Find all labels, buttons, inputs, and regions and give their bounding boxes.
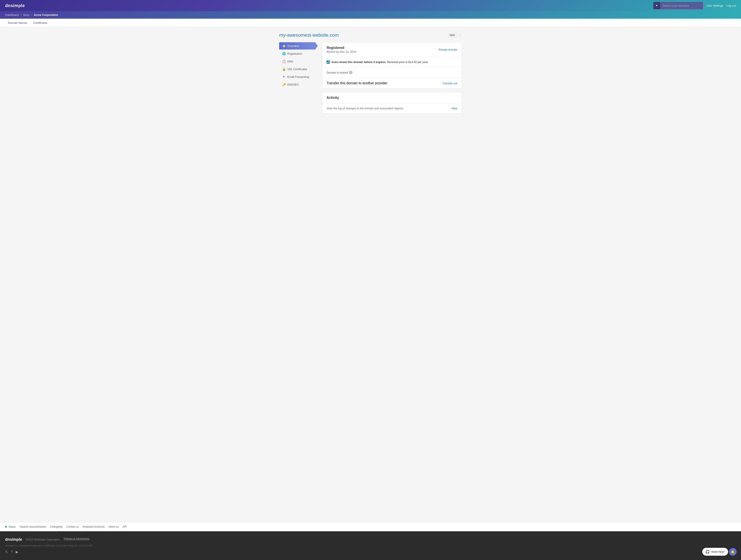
star-icon[interactable]: ☆ <box>458 33 462 38</box>
need-help-button[interactable]: 🎧 Need Help? <box>702 548 728 556</box>
footer-brand: dnsimple <box>5 537 22 542</box>
need-help-label: Need Help? <box>712 550 725 553</box>
main-content: my-awesomest-website.com DNS ☆ 🏠 Overvie… <box>274 27 467 522</box>
footer-links: Status Support documentation Changelog C… <box>0 522 741 531</box>
footer-social: 𝕏 f ▶ <box>5 550 736 554</box>
sidebar-item-dns[interactable]: 📋 DNS <box>279 58 318 65</box>
facebook-icon[interactable]: f <box>11 550 12 554</box>
sidebar-label-dns: DNS <box>287 60 293 63</box>
footer-dark: dnsimple ©2023 DNSimple Corporation. Pol… <box>0 531 741 560</box>
domain-title[interactable]: my-awesomest-website.com <box>279 32 339 38</box>
breadcrumb-dashboard[interactable]: Dashboard <box>5 13 19 16</box>
user-settings-link[interactable]: User Settings <box>706 4 723 7</box>
home-icon: 🏠 <box>282 44 286 48</box>
domain-layout: 🏠 Overview 🌐 Registration 📋 DNS 🔒 SSL Ce… <box>279 42 462 114</box>
changelog-link[interactable]: Changelog <box>50 525 62 528</box>
sidebar-item-overview[interactable]: 🏠 Overview <box>279 42 318 50</box>
help-icon[interactable]: ? <box>349 71 352 74</box>
dns-badge[interactable]: DNS <box>448 33 457 37</box>
api-link[interactable]: API <box>123 525 127 528</box>
headset-icon: 🎧 <box>705 550 710 554</box>
brand-logo: dnsimple <box>5 3 25 8</box>
breadcrumb-account: Acme Corporation <box>33 13 58 16</box>
footer-policies-link[interactable]: Policies & Agreements <box>64 537 89 540</box>
sidebar-item-email-forwarding[interactable]: ✈ Email Forwarding <box>279 73 318 80</box>
autorenew-checkbox[interactable] <box>327 61 330 64</box>
search-dropdown-button[interactable]: ▼ <box>653 2 660 9</box>
sidebar-item-registration[interactable]: 🌐 Registration <box>279 50 318 57</box>
autorenew-row: Auto-renew this domain before it expires… <box>322 57 462 67</box>
lock-icon: 🔒 <box>282 67 286 71</box>
sidebar-item-dnssec[interactable]: 🔑 DNSSEC <box>279 81 318 88</box>
status-indicator: Status <box>5 525 16 528</box>
sidebar-label-registration: Registration <box>287 52 302 55</box>
activity-description: View the log of changes to the domain an… <box>327 107 404 110</box>
autorenew-label: Auto-renew this domain before it expires… <box>332 61 428 64</box>
key-icon: 🔑 <box>282 83 286 86</box>
activity-view-link[interactable]: View <box>451 107 457 110</box>
activity-panel: Activity View the log of changes to the … <box>322 92 462 114</box>
footer-dark-top: dnsimple ©2023 DNSimple Corporation. Pol… <box>5 537 736 542</box>
transfer-row: Transfer this domain to another provider… <box>322 78 462 88</box>
youtube-icon[interactable]: ▶ <box>16 550 18 554</box>
domain-header: my-awesomest-website.com DNS ☆ <box>279 32 462 38</box>
about-link[interactable]: About us <box>109 525 119 528</box>
domain-locked-label: Domain is locked <box>327 71 348 74</box>
activity-title: Activity <box>327 96 457 100</box>
dns-icon: 📋 <box>282 60 286 63</box>
transfer-out-link[interactable]: Transfer out <box>442 82 457 85</box>
sidebar-label-overview: Overview <box>287 45 299 48</box>
status-dot <box>5 526 7 528</box>
twitter-icon[interactable]: 𝕏 <box>5 550 8 554</box>
domain-header-actions: DNS ☆ <box>448 33 462 38</box>
sidebar-label-email: Email Forwarding <box>287 75 309 78</box>
sidebar-label-ssl: SSL Certificates <box>287 68 307 71</box>
notification-button[interactable]: 🔔 <box>729 548 737 556</box>
footer-trademark: dnsimple is a registered trademark of DN… <box>5 544 736 547</box>
sub-nav: Domain Names Certificates <box>0 19 741 27</box>
content-area: Registered Renew by Dec 11, 2024 Renew d… <box>322 42 462 114</box>
activity-content-row: View the log of changes to the domain an… <box>322 103 462 114</box>
registration-panel: Registered Renew by Dec 11, 2024 Renew d… <box>322 42 462 89</box>
registration-renew-by: Renew by Dec 11, 2024 <box>327 50 356 53</box>
breadcrumb-user[interactable]: Suzy <box>23 13 29 16</box>
top-nav: dnsimple ▼ User Settings Log out <box>0 0 741 11</box>
bell-icon: 🔔 <box>731 550 735 554</box>
keyboard-shortcuts-link[interactable]: Keyboard shortcuts <box>82 525 105 528</box>
sidebar: 🏠 Overview 🌐 Registration 📋 DNS 🔒 SSL Ce… <box>279 42 318 88</box>
activity-title-row: Activity <box>322 92 462 103</box>
logout-link[interactable]: Log out <box>727 4 736 7</box>
breadcrumb: Dashboard › Suzy › Acme Corporation <box>0 11 741 19</box>
transfer-label: Transfer this domain to another provider <box>327 81 388 85</box>
renew-domain-link[interactable]: Renew domain <box>439 48 457 51</box>
forward-icon: ✈ <box>282 75 286 78</box>
footer-copyright: ©2023 DNSimple Corporation. <box>25 538 60 541</box>
globe-icon: 🌐 <box>282 52 286 55</box>
domain-locked-row: Domain is locked ? <box>322 67 462 78</box>
support-doc-link[interactable]: Support documentation <box>19 525 46 528</box>
search-input[interactable] <box>660 2 703 9</box>
subnav-domain-names[interactable]: Domain Names <box>5 19 30 27</box>
status-link[interactable]: Status <box>8 525 16 528</box>
contact-link[interactable]: Contact us <box>66 525 79 528</box>
registration-title: Registered <box>327 46 356 50</box>
search-container: ▼ <box>653 2 703 9</box>
sidebar-item-ssl[interactable]: 🔒 SSL Certificates <box>279 65 318 73</box>
sidebar-label-dnssec: DNSSEC <box>287 83 299 86</box>
subnav-certificates[interactable]: Certificates <box>30 19 50 27</box>
registration-title-row: Registered Renew by Dec 11, 2024 Renew d… <box>322 43 462 57</box>
